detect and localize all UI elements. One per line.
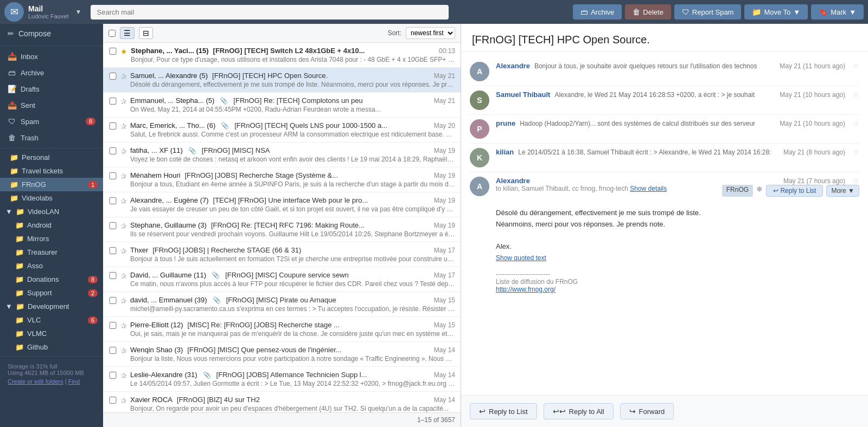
- email-star[interactable]: ✰: [120, 371, 127, 380]
- email-row[interactable]: ✰ Marc, Emerick, ... Tho... (6) 📎 [FRnOG…: [103, 118, 461, 143]
- thread-item[interactable]: A Alexandre Bonjour à tous, je souhaite …: [470, 57, 859, 86]
- email-star[interactable]: ✰: [120, 97, 127, 106]
- sidebar-item-trash[interactable]: 🗑 Trash: [0, 130, 103, 146]
- list-view-expanded-button[interactable]: ⊟: [139, 27, 153, 39]
- email-checkbox[interactable]: [108, 372, 117, 379]
- sidebar-folder-travel[interactable]: 📁 Travel tickets: [0, 164, 103, 178]
- sidebar-folder-videolabs[interactable]: 📁 Videolabs: [0, 191, 103, 205]
- email-row[interactable]: ✰ Wenqin Shao (3) [FRnOG] [MISC] Que pen…: [103, 342, 461, 367]
- email-star[interactable]: ✰: [120, 346, 127, 355]
- thread-star[interactable]: ☆: [853, 177, 859, 185]
- sidebar-folder-videolan[interactable]: ▼ 📁 VideoLAN: [0, 205, 103, 218]
- email-star[interactable]: ✰: [120, 147, 127, 156]
- thread-item[interactable]: P prune Hadoop (Hadoop2/Yarn)... sont de…: [470, 115, 859, 144]
- sidebar-folder-github[interactable]: 📁 Github: [0, 340, 103, 354]
- main-layout: ✏ Compose 📥 Inbox 🗃 Archive 📝 Drafts 📤 S…: [0, 24, 868, 427]
- email-checkbox[interactable]: [108, 172, 117, 179]
- reply-to-list-inline-button[interactable]: ↩ Reply to List: [766, 185, 823, 197]
- email-star[interactable]: ✰: [120, 197, 127, 205]
- email-star[interactable]: ★: [120, 47, 127, 56]
- thread-star[interactable]: ☆: [853, 148, 859, 156]
- delete-button[interactable]: 🗑 Delete: [625, 4, 671, 20]
- sidebar-folder-donations[interactable]: 📁 Donations 8: [0, 273, 103, 286]
- email-row[interactable]: ✰ Ménahem Houri [FRnOG] [JOBS] Recherche…: [103, 167, 461, 192]
- sidebar-item-inbox[interactable]: 📥 Inbox: [0, 48, 103, 64]
- sort-select[interactable]: newest first: [406, 27, 455, 39]
- email-checkbox[interactable]: [108, 73, 117, 80]
- email-row[interactable]: ✰ Thxer [FRnOG] [JOBS] | Recherche STAGE…: [103, 242, 461, 267]
- show-quoted-link[interactable]: Show quoted text: [496, 254, 546, 262]
- email-row[interactable]: ✰ fatiha, ... XF (11) 📎 [FRnOG] [MISC] N…: [103, 143, 461, 167]
- sidebar-folder-treasurer[interactable]: 📁 Treasurer: [0, 245, 103, 259]
- email-star[interactable]: ✰: [120, 72, 127, 81]
- sidebar-folder-personal[interactable]: 📁 Personal: [0, 151, 103, 164]
- select-all-checkbox[interactable]: [108, 30, 116, 37]
- sidebar-folder-vlc[interactable]: 📁 VLC 6: [0, 313, 103, 327]
- app-dropdown-arrow[interactable]: ▼: [75, 8, 82, 16]
- thread-item[interactable]: A Alexandre May 21 (7 hours ago) ☆ to ki…: [470, 172, 859, 302]
- email-checkbox[interactable]: [108, 222, 117, 229]
- sidebar-item-sent[interactable]: 📤 Sent: [0, 97, 103, 113]
- sidebar-item-archive[interactable]: 🗃 Archive: [0, 64, 103, 81]
- thread-item[interactable]: S Samuel Thibault Alexandre, le Wed 21 M…: [470, 86, 859, 115]
- email-checkbox[interactable]: [108, 322, 117, 329]
- email-star[interactable]: ✰: [120, 122, 127, 131]
- move-to-button[interactable]: 📁 Move To ▼: [744, 4, 808, 20]
- email-checkbox[interactable]: [108, 122, 117, 130]
- archive-button[interactable]: 🗃 Archive: [573, 4, 622, 20]
- email-row[interactable]: ✰ Xavier ROCA [FRnOG] [BIZ] 4U sur TH2 M…: [103, 392, 461, 412]
- thread-item[interactable]: K kilian Le 2014/05/21 à 16:38, Samuel T…: [470, 144, 859, 172]
- sidebar-folder-vlmc[interactable]: 📁 VLMC: [0, 327, 103, 340]
- email-checkbox[interactable]: [108, 147, 117, 154]
- email-checkbox[interactable]: [108, 347, 117, 354]
- email-checkbox[interactable]: [108, 98, 117, 105]
- more-button[interactable]: More ▼: [826, 185, 859, 197]
- mark-button[interactable]: 🔖 Mark ▼: [811, 4, 864, 20]
- thread-star[interactable]: ☆: [853, 62, 859, 70]
- search-input[interactable]: [91, 5, 449, 20]
- email-star[interactable]: ✰: [120, 222, 127, 230]
- email-row[interactable]: ✰ david, ... Emmanuel (39) 📎 [FRnOG] [MI…: [103, 292, 461, 317]
- email-row[interactable]: ★ Stephane, ... Yaci... (15) [FRnOG] [TE…: [103, 43, 461, 68]
- create-folders-link[interactable]: Create or edit folders: [8, 378, 63, 385]
- email-row[interactable]: ✰ Stephane, Guillaume (3) [FRnOG] Re: [T…: [103, 217, 461, 242]
- sidebar-folder-support[interactable]: 📁 Support 2: [0, 286, 103, 300]
- thread-star[interactable]: ☆: [853, 90, 859, 99]
- show-details-link[interactable]: Show details: [630, 185, 667, 192]
- email-checkbox[interactable]: [108, 48, 117, 55]
- reply-to-list-button[interactable]: ↩ Reply to List: [470, 403, 537, 419]
- email-checkbox[interactable]: [108, 297, 117, 304]
- email-star[interactable]: ✰: [120, 396, 127, 405]
- sidebar-item-spam[interactable]: 🛡 Spam 8: [0, 113, 103, 130]
- email-row[interactable]: ✰ Samuel, ... Alexandre (5) [FRnOG] [TEC…: [103, 68, 461, 93]
- email-row[interactable]: ✰ Emmanuel, ... Stepha... (5) 📎 [FRnOG] …: [103, 93, 461, 118]
- frnog-link[interactable]: http://www.frnog.org/: [496, 286, 556, 293]
- email-checkbox[interactable]: [108, 247, 117, 254]
- find-link[interactable]: Find: [68, 378, 80, 385]
- sidebar-folder-mirrors[interactable]: 📁 Mirrors: [0, 232, 103, 245]
- report-spam-button[interactable]: 🛡 Report Spam: [674, 4, 742, 20]
- email-star[interactable]: ✰: [120, 296, 127, 305]
- sidebar-folder-frnog[interactable]: 📁 FRnOG 1: [0, 178, 103, 191]
- sidebar-folder-development[interactable]: ▼ 📁 Development: [0, 300, 103, 313]
- email-row[interactable]: ✰ Leslie-Alexandre (31) 📎 [FRnOG] [JOBS]…: [103, 367, 461, 392]
- email-checkbox[interactable]: [108, 272, 117, 279]
- email-row[interactable]: ✰ Alexandre, ... Eugène (7) [TECH] [FRnO…: [103, 192, 461, 217]
- email-star[interactable]: ✰: [120, 247, 127, 255]
- sidebar-item-drafts[interactable]: 📝 Drafts: [0, 81, 103, 97]
- email-star[interactable]: ✰: [120, 172, 127, 180]
- reply-to-all-button[interactable]: ↩↩ Reply to All: [544, 403, 614, 419]
- list-view-compact-button[interactable]: ☰: [120, 27, 135, 39]
- sidebar-folder-android[interactable]: 📁 Android: [0, 218, 103, 232]
- thread-star[interactable]: ☆: [853, 119, 859, 127]
- email-star[interactable]: ✰: [120, 271, 127, 280]
- email-checkbox[interactable]: [108, 397, 117, 404]
- email-checkbox[interactable]: [108, 197, 117, 204]
- forward-button[interactable]: ↪ Forward: [620, 403, 674, 419]
- compose-button[interactable]: ✏ Compose: [0, 24, 103, 43]
- email-row[interactable]: ✰ Pierre-Elliott (12) [MISC] Re: [FRnOG]…: [103, 317, 461, 342]
- email-star[interactable]: ✰: [120, 321, 127, 330]
- folder-icon-android: 📁: [15, 221, 24, 229]
- email-row[interactable]: ✰ David, ... Guillaume (11) 📎 [FRnOG] [M…: [103, 267, 461, 292]
- sidebar-folder-asso[interactable]: 📁 Asso: [0, 259, 103, 273]
